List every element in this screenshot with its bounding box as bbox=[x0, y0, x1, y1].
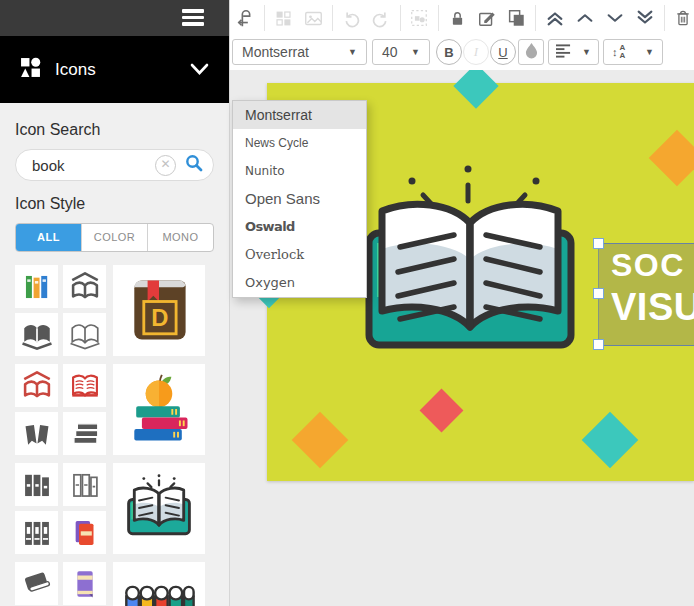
style-tab-mono[interactable]: MONO bbox=[147, 224, 213, 251]
italic-button[interactable]: I bbox=[463, 39, 489, 65]
icon-result-three-book-spines-gray[interactable] bbox=[15, 511, 58, 554]
shapes-glyph-icon bbox=[20, 57, 41, 82]
app-window: Icons Icon Search ✕ Icon Style ALLCOLORM… bbox=[0, 0, 694, 606]
icon-result-open-book-roof-gray[interactable] bbox=[63, 265, 106, 308]
bring-to-front-icon[interactable] bbox=[544, 7, 566, 30]
hamburger-menu-icon[interactable] bbox=[182, 9, 204, 26]
font-option-nunito[interactable]: Nunito bbox=[233, 157, 366, 185]
magnifier-icon[interactable] bbox=[185, 154, 203, 176]
icon-grid-smalls bbox=[15, 463, 106, 554]
send-to-back-icon[interactable] bbox=[634, 7, 656, 30]
icon-grid-smalls bbox=[15, 265, 106, 356]
undo-icon bbox=[341, 7, 362, 30]
toolbar-separator bbox=[438, 5, 439, 31]
text-align-select[interactable]: ▼ bbox=[548, 39, 599, 65]
font-size-select[interactable]: 40 ▼ bbox=[372, 39, 430, 65]
font-option-montserrat[interactable]: Montserrat bbox=[233, 101, 366, 129]
chevron-down-icon[interactable] bbox=[190, 61, 209, 79]
canvas-text-line1[interactable]: SOC bbox=[611, 247, 685, 284]
droplet-icon bbox=[525, 42, 538, 62]
left-sidebar: Icons Icon Search ✕ Icon Style ALLCOLORM… bbox=[0, 0, 230, 606]
font-family-select[interactable]: Montserrat ▼ bbox=[232, 39, 367, 65]
selected-text-element[interactable]: SOC VISU bbox=[598, 243, 694, 346]
text-color-button[interactable] bbox=[518, 39, 544, 65]
resize-handle-bottom-left[interactable] bbox=[593, 339, 604, 350]
font-size-value: 40 bbox=[382, 44, 398, 60]
icons-panel-header[interactable]: Icons bbox=[0, 36, 229, 103]
toolbar-separator bbox=[264, 5, 265, 31]
toolbar-separator bbox=[664, 5, 665, 31]
letter-spacing-select[interactable]: ↕ AA ▼ bbox=[603, 39, 663, 65]
font-option-open-sans[interactable]: Open Sans bbox=[233, 185, 366, 213]
icon-result-purple-book[interactable] bbox=[63, 562, 106, 605]
chevron-down-icon: ▼ bbox=[348, 47, 357, 57]
icon-result-open-book-outline-gray[interactable] bbox=[63, 313, 106, 356]
bring-forward-icon[interactable] bbox=[574, 7, 596, 30]
icon-result-colorful-book-spines[interactable] bbox=[15, 265, 58, 308]
font-option-news-cycle[interactable]: News Cycle bbox=[233, 129, 366, 157]
icon-result-stacked-books-gray[interactable] bbox=[63, 412, 106, 455]
underline-button[interactable]: U bbox=[490, 39, 516, 65]
icon-result-open-book-roof-red[interactable] bbox=[15, 364, 58, 407]
icon-result-dictionary-brown-book[interactable]: D bbox=[113, 265, 205, 356]
search-input[interactable] bbox=[30, 156, 155, 175]
icon-result-red-purple-book[interactable] bbox=[63, 511, 106, 554]
toolbar-separator bbox=[535, 5, 536, 31]
letter-spacing-icon: ↕ AA bbox=[612, 44, 625, 60]
toolbar-row2: Montserrat ▼ 40 ▼ B I U ▼ bbox=[230, 36, 694, 71]
position-crop-icon[interactable] bbox=[235, 7, 256, 30]
font-option-overlock[interactable]: Overlock bbox=[233, 241, 366, 269]
font-option-oxygen[interactable]: Oxygen bbox=[233, 269, 366, 297]
icon-result-colorful-vertical-books[interactable] bbox=[113, 562, 205, 606]
icon-result-two-books-gray[interactable] bbox=[15, 412, 58, 455]
chevron-down-icon: ▼ bbox=[645, 47, 654, 57]
icon-grid-smalls bbox=[15, 364, 106, 455]
delete-icon[interactable] bbox=[673, 7, 694, 30]
resize-handle-top-left[interactable] bbox=[593, 238, 604, 249]
font-dropdown-panel: MontserratNews CycleNunitoOpen SansOswal… bbox=[232, 100, 367, 298]
icon-search-heading: Icon Search bbox=[15, 121, 214, 139]
icon-grid-band bbox=[15, 562, 214, 606]
svg-text:D: D bbox=[151, 304, 168, 331]
group-select-icon bbox=[408, 7, 429, 30]
duplicate-icon[interactable] bbox=[505, 7, 526, 30]
sidebar-topbar bbox=[0, 0, 229, 36]
icon-result-open-book-filled-gray[interactable] bbox=[15, 313, 58, 356]
icon-grid: D bbox=[15, 265, 214, 606]
diamond-shape-1[interactable] bbox=[453, 70, 498, 109]
sidebar-body: Icon Search ✕ Icon Style ALLCOLORMONO D bbox=[0, 103, 229, 606]
icon-style-tabs: ALLCOLORMONO bbox=[15, 223, 214, 252]
font-option-oswald[interactable]: Oswald bbox=[233, 213, 366, 241]
style-tab-all[interactable]: ALL bbox=[16, 224, 81, 251]
diamond-shape-6[interactable] bbox=[582, 412, 639, 469]
clear-circle-x-icon[interactable]: ✕ bbox=[155, 155, 176, 176]
icon-search-box: ✕ bbox=[15, 149, 214, 181]
icon-result-bookshelf-spines-gray[interactable] bbox=[15, 463, 58, 506]
bold-button[interactable]: B bbox=[436, 39, 462, 65]
icon-grid-smalls bbox=[15, 562, 106, 606]
diamond-shape-5[interactable] bbox=[292, 412, 349, 469]
toolbar-separator bbox=[332, 5, 333, 31]
canvas-book-illustration[interactable] bbox=[355, 161, 585, 361]
redo-icon bbox=[370, 7, 391, 30]
canvas-text-line2[interactable]: VISU bbox=[611, 286, 694, 329]
icon-result-open-book-sparks-teal[interactable] bbox=[113, 463, 205, 554]
resize-handle-mid-left[interactable] bbox=[593, 288, 604, 299]
toolbar-row1 bbox=[230, 0, 694, 36]
style-tab-color[interactable]: COLOR bbox=[81, 224, 147, 251]
icon-result-book-stack-with-apple[interactable] bbox=[113, 364, 205, 455]
main-area: Montserrat ▼ 40 ▼ B I U ▼ bbox=[230, 0, 694, 606]
shapes-icon bbox=[273, 7, 294, 30]
icon-result-open-book-red-pages[interactable] bbox=[63, 364, 106, 407]
align-lines-icon bbox=[556, 44, 571, 61]
diamond-shape-4[interactable] bbox=[419, 388, 463, 432]
icon-result-bookshelf-spines-outline[interactable] bbox=[63, 463, 106, 506]
panel-title: Icons bbox=[55, 60, 96, 80]
diamond-shape-2[interactable] bbox=[649, 130, 694, 187]
send-backward-icon[interactable] bbox=[604, 7, 626, 30]
chevron-down-icon: ▼ bbox=[582, 47, 591, 57]
lock-icon[interactable] bbox=[447, 7, 468, 30]
icon-result-closed-book-gray[interactable] bbox=[15, 562, 58, 605]
edit-icon[interactable] bbox=[476, 7, 497, 30]
icon-grid-band bbox=[15, 364, 214, 455]
